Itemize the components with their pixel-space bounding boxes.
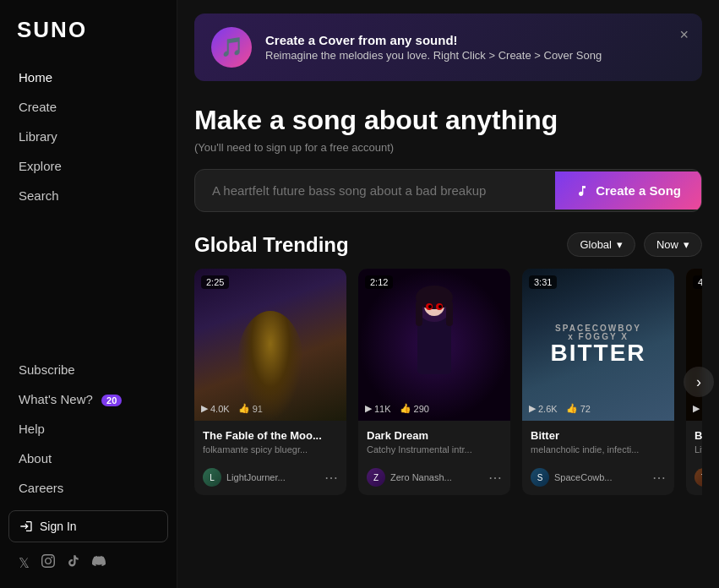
card-footer-2: Z Zero Nanash... ⋯ xyxy=(358,463,510,495)
card-thumbnail-1: 2:25 ▶ 4.0K 👍 91 xyxy=(194,269,346,421)
svg-rect-11 xyxy=(686,269,702,421)
sidebar-item-create[interactable]: Create xyxy=(8,93,168,121)
card-duration-3: 3:31 xyxy=(529,275,557,289)
trending-header: Global Trending Global ▾ Now ▾ xyxy=(177,226,719,269)
card-thumbnail-2: 2:12 ▶ 11K 👍 290 xyxy=(358,269,510,421)
sidebar-item-search[interactable]: Search xyxy=(8,182,168,210)
sidebar-item-explore[interactable]: Explore xyxy=(8,152,168,180)
card-title-4: Bystander... xyxy=(694,429,702,442)
cards-next-button[interactable]: › xyxy=(684,367,714,397)
card-plays-3: ▶ 2.6K xyxy=(529,403,558,414)
card-footer-4: T Teem... ⋯ xyxy=(686,463,702,495)
card-footer-1: L LightJourner... ⋯ xyxy=(194,463,346,495)
card-thumbnail-4: 4:57 ▶ 9.4K xyxy=(686,269,702,421)
create-song-button[interactable]: Create a Song xyxy=(555,172,701,210)
card-body-2: Dark Dream Catchy Instrumental intr... xyxy=(358,421,510,463)
sidebar-item-whats-new[interactable]: What's New? 20 xyxy=(8,385,168,413)
card-more-button-2[interactable]: ⋯ xyxy=(488,470,502,486)
banner-subtitle: Reimagine the melodies you love. Right C… xyxy=(265,49,602,62)
banner-icon: 🎵 xyxy=(211,27,252,68)
filter-now-button[interactable]: Now ▾ xyxy=(644,232,702,257)
svg-rect-1 xyxy=(417,324,451,374)
card-likes-3: 👍 72 xyxy=(566,403,591,414)
hero-section: Make a song about anything (You'll need … xyxy=(177,81,719,226)
discord-icon[interactable] xyxy=(92,554,106,571)
sidebar-bottom: Subscribe What's New? 20 Help About Care… xyxy=(0,356,177,502)
card-title-1: The Fable of the Moo... xyxy=(203,429,338,442)
song-description-input[interactable] xyxy=(195,170,555,211)
sidebar-item-about[interactable]: About xyxy=(8,444,168,472)
card-author-2: Z Zero Nanash... xyxy=(367,468,452,487)
card-more-button-1[interactable]: ⋯ xyxy=(324,470,338,486)
banner-title: Create a Cover from any sound! xyxy=(265,33,602,47)
card-image-2 xyxy=(396,286,472,404)
trending-card-3[interactable]: SPACECOWBOY x FOGGY X BITTER 3:31 ▶ 2.6K… xyxy=(522,269,674,495)
banner-close-button[interactable]: × xyxy=(679,27,689,42)
trending-card-1[interactable]: 2:25 ▶ 4.0K 👍 91 The Fable of the Moo...… xyxy=(194,269,346,495)
instagram-icon[interactable] xyxy=(41,554,55,571)
tiktok-icon[interactable] xyxy=(67,554,80,571)
author-avatar-3: S xyxy=(531,468,549,487)
sidebar-item-home[interactable]: Home xyxy=(8,63,168,91)
card-plays-1: ▶ 4.0K xyxy=(201,403,230,414)
banner-text: Create a Cover from any sound! Reimagine… xyxy=(265,33,602,62)
card-author-4: T Teem... xyxy=(694,468,702,487)
banner: 🎵 Create a Cover from any sound! Reimagi… xyxy=(194,14,702,81)
author-avatar-1: L xyxy=(203,468,221,487)
card-desc-2: Catchy Instrumental intr... xyxy=(367,444,502,455)
logo: SUNO xyxy=(0,17,177,63)
sign-in-icon xyxy=(19,520,33,533)
bitter-label: SPACECOWBOY x FOGGY X BITTER xyxy=(550,324,645,365)
card-likes-1: 👍 91 xyxy=(238,403,263,414)
card-more-button-3[interactable]: ⋯ xyxy=(652,470,666,486)
svg-rect-5 xyxy=(416,301,422,326)
music-note-icon xyxy=(575,184,589,198)
svg-point-9 xyxy=(428,305,432,308)
trending-card-2[interactable]: 2:12 ▶ 11K 👍 290 Dark Dream Catchy Instr… xyxy=(358,269,510,495)
trending-filters: Global ▾ Now ▾ xyxy=(567,232,702,257)
card-duration-2: 2:12 xyxy=(365,275,393,289)
card-thumbnail-3: SPACECOWBOY x FOGGY X BITTER 3:31 ▶ 2.6K… xyxy=(522,269,674,421)
card-plays-4: ▶ 9.4K xyxy=(693,403,702,414)
card-title-2: Dark Dream xyxy=(367,429,502,442)
sidebar-item-library[interactable]: Library xyxy=(8,122,168,150)
sidebar-nav: Home Create Library Explore Search xyxy=(0,63,177,210)
chevron-down-icon: ▾ xyxy=(617,238,623,251)
card-desc-4: Live Audio F... xyxy=(694,444,702,455)
sidebar: SUNO Home Create Library Explore Search … xyxy=(0,0,177,588)
card-stats-3: ▶ 2.6K 👍 72 xyxy=(529,403,667,414)
author-name-1: LightJourner... xyxy=(226,472,286,482)
chevron-down-icon-2: ▾ xyxy=(684,238,689,251)
sidebar-item-careers[interactable]: Careers xyxy=(8,474,168,502)
sidebar-item-subscribe[interactable]: Subscribe xyxy=(8,356,168,384)
card-body-3: Bitter melancholic indie, infecti... xyxy=(522,421,674,463)
social-links: 𝕏 xyxy=(0,542,177,571)
main-content: 🎵 Create a Cover from any sound! Reimagi… xyxy=(177,0,719,588)
sign-in-button[interactable]: Sign In xyxy=(8,510,168,542)
svg-point-10 xyxy=(438,305,442,308)
card-duration-4: 4:57 xyxy=(693,275,702,289)
card-likes-2: 👍 290 xyxy=(400,403,429,414)
card-stats-1: ▶ 4.0K 👍 91 xyxy=(201,403,340,414)
trending-cards-wrapper: 2:25 ▶ 4.0K 👍 91 The Fable of the Moo...… xyxy=(177,269,719,495)
card-title-3: Bitter xyxy=(531,429,666,442)
author-avatar-4: T xyxy=(694,468,702,487)
twitter-icon[interactable]: 𝕏 xyxy=(19,555,30,571)
logo-text: SUNO xyxy=(17,17,87,42)
card-author-3: S SpaceCowb... xyxy=(531,468,612,487)
card-footer-3: S SpaceCowb... ⋯ xyxy=(522,463,674,495)
hero-subtitle: (You'll need to sign up for a free accou… xyxy=(194,141,702,154)
filter-global-button[interactable]: Global ▾ xyxy=(567,232,635,257)
card-duration-1: 2:25 xyxy=(201,275,229,289)
hero-title: Make a song about anything xyxy=(194,105,702,136)
card-desc-1: folkamante spicy bluegr... xyxy=(203,444,338,455)
whats-new-badge: 20 xyxy=(101,395,122,406)
card-body-4: Bystander... Live Audio F... xyxy=(686,421,702,463)
card-desc-3: melancholic indie, infecti... xyxy=(531,444,666,455)
sidebar-item-help[interactable]: Help xyxy=(8,415,168,443)
author-name-3: SpaceCowb... xyxy=(554,472,612,482)
author-avatar-2: Z xyxy=(367,468,385,487)
card-author-1: L LightJourner... xyxy=(203,468,286,487)
svg-rect-6 xyxy=(446,301,453,326)
card-stats-2: ▶ 11K 👍 290 xyxy=(365,403,504,414)
